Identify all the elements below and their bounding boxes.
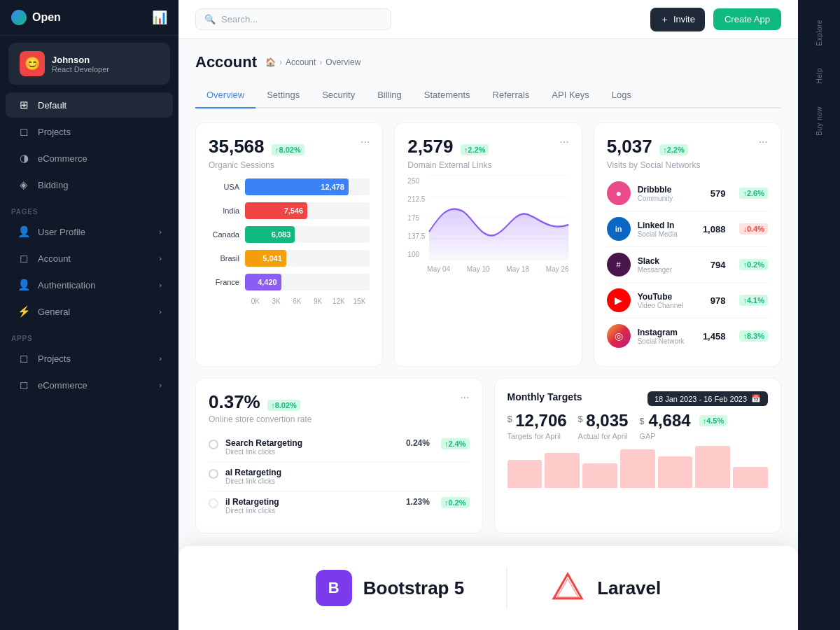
sidebar-item-label: General <box>38 307 70 317</box>
tab-api-keys[interactable]: API Keys <box>540 83 600 108</box>
actual-value: 8,035 <box>586 411 628 430</box>
svg-marker-5 <box>554 574 582 598</box>
sidebar-item-label: Projects <box>38 127 71 137</box>
domain-label: Domain External Links <box>407 160 491 170</box>
search-icon: 🔍 <box>204 14 216 24</box>
tab-referrals[interactable]: Referrals <box>482 83 541 108</box>
conversion-card: 0.37% ↑8.02% Online store convertion rat… <box>195 378 483 533</box>
page-title: Account <box>195 53 257 71</box>
tab-statements[interactable]: Statements <box>413 83 482 108</box>
bar-chart: USA 12,478 India 7,546 Canada 6,083 Bras… <box>209 178 370 305</box>
home-icon[interactable]: 🏠 <box>265 57 276 67</box>
avatar: 😊 <box>20 51 45 76</box>
social-row-linkedin: in Linked In Social Media 1,088 ↓0.4% <box>607 211 768 247</box>
grid-icon: ⊞ <box>17 99 31 111</box>
account-icon: ◻ <box>17 252 31 265</box>
breadcrumb-current: Overview <box>326 57 360 67</box>
monthly-title: Monthly Targets <box>507 391 582 402</box>
general-icon: ⚡ <box>17 305 31 318</box>
breadcrumb-account[interactable]: Account <box>286 57 316 67</box>
social-networks-card: 5,037 ↑2.2% Visits by Social Networks ··… <box>594 122 781 367</box>
card-menu-button[interactable]: ··· <box>360 136 370 148</box>
bootstrap-label: Bootstrap 5 <box>363 578 464 599</box>
bidding-icon: ◈ <box>17 178 31 191</box>
social-badge: ↑2.2% <box>659 144 688 155</box>
sidebar-item-label: eCommerce <box>38 380 88 391</box>
retargeting-row-3: il Retargeting Direct link clicks 1.23% … <box>209 491 470 520</box>
retargeting-row-1: Search Retargeting Direct link clicks 0.… <box>209 433 470 462</box>
linkedin-icon: in <box>607 217 631 241</box>
slack-icon: # <box>607 253 631 276</box>
page-content: Account 🏠 › Account › Overview Overview … <box>178 39 798 630</box>
sidebar-item-label: Authentication <box>38 280 95 290</box>
sidebar-item-label: Bidding <box>38 180 68 190</box>
sidebar: Open 📊 😊 Johnson React Developer ⊞ Defau… <box>0 0 178 630</box>
sidebar-item-ecommerce-app[interactable]: ◻ eCommerce › <box>6 372 173 398</box>
user-profile-icon: 👤 <box>17 225 31 238</box>
monthly-gap-stat: $ 4,684 ↑4.5% GAP <box>639 411 727 440</box>
help-button[interactable]: Help <box>811 59 827 92</box>
user-role: React Developer <box>52 65 109 74</box>
sidebar-item-default[interactable]: ⊞ Default <box>6 92 173 118</box>
monthly-actual-stat: $ 8,035 Actual for April <box>578 411 629 440</box>
sidebar-item-label: Default <box>38 100 66 111</box>
bootstrap-icon: B <box>316 570 352 606</box>
buy-now-button[interactable]: Buy now <box>811 98 827 144</box>
tab-overview[interactable]: Overview <box>195 83 255 108</box>
monthly-targets-card: Monthly Targets 18 Jan 2023 - 16 Feb 202… <box>494 378 782 533</box>
sidebar-toggle-button[interactable]: 📊 <box>152 10 167 25</box>
chevron-down-icon: › <box>159 281 162 289</box>
laravel-item: Laravel <box>550 570 661 606</box>
invite-button[interactable]: ＋ Invite <box>650 8 705 31</box>
social-list: ● Dribbble Community 579 ↑2.6% in Linked… <box>607 176 768 354</box>
sidebar-item-projects[interactable]: ◻ Projects <box>6 119 173 144</box>
card-menu-button[interactable]: ··· <box>460 391 469 404</box>
divider <box>506 567 507 609</box>
laravel-icon <box>550 570 586 606</box>
chevron-down-icon: › <box>159 307 162 316</box>
user-info: Johnson React Developer <box>52 55 109 74</box>
app-logo: Open <box>11 10 61 25</box>
breadcrumb: 🏠 › Account › Overview <box>265 57 360 67</box>
gap-label: GAP <box>639 432 727 440</box>
retarget-dot <box>209 440 218 449</box>
card-menu-button[interactable]: ··· <box>759 136 768 148</box>
calendar-icon: 📅 <box>751 394 761 403</box>
sidebar-item-label: User Profile <box>38 227 85 237</box>
organic-label: Organic Sessions <box>209 160 304 170</box>
targets-label: Targets for April <box>507 432 567 440</box>
social-row-instagram: ◎ Instagram Social Network 1,458 ↑8.3% <box>607 318 768 354</box>
bottom-cards-row: 0.37% ↑8.02% Online store convertion rat… <box>195 378 781 533</box>
user-name: Johnson <box>52 55 109 65</box>
sidebar-item-user-profile[interactable]: 👤 User Profile › <box>6 219 173 244</box>
sidebar-item-ecommerce[interactable]: ◑ eCommerce <box>6 146 173 171</box>
pages-section-label: PAGES <box>0 198 178 218</box>
tab-security[interactable]: Security <box>311 83 366 108</box>
search-input[interactable] <box>221 14 375 24</box>
retargeting-list: Search Retargeting Direct link clicks 0.… <box>209 433 470 520</box>
date-range-badge: 18 Jan 2023 - 16 Feb 2023 📅 <box>648 391 768 406</box>
tab-logs[interactable]: Logs <box>601 83 643 108</box>
sidebar-item-projects-app[interactable]: ◻ Projects › <box>6 346 173 371</box>
card-menu-button[interactable]: ··· <box>559 136 568 148</box>
projects-app-icon: ◻ <box>17 352 31 365</box>
tab-billing[interactable]: Billing <box>366 83 413 108</box>
retargeting-row-2: al Retargeting Direct link clicks <box>209 462 470 491</box>
sidebar-item-label: eCommerce <box>38 153 88 164</box>
user-card[interactable]: 😊 Johnson React Developer <box>8 43 170 85</box>
sidebar-item-bidding[interactable]: ◈ Bidding <box>6 172 173 197</box>
sidebar-item-authentication[interactable]: 👤 Authentication › <box>6 272 173 298</box>
create-app-button[interactable]: Create App <box>713 8 781 30</box>
actual-label: Actual for April <box>578 432 629 440</box>
targets-value: 12,706 <box>515 411 566 430</box>
sidebar-item-account[interactable]: ◻ Account › <box>6 246 173 271</box>
search-box[interactable]: 🔍 <box>195 8 391 30</box>
bootstrap-item: B Bootstrap 5 <box>316 570 464 606</box>
ecommerce-app-icon: ◻ <box>17 379 31 391</box>
explore-button[interactable]: Explore <box>811 11 827 54</box>
tabs-bar: Overview Settings Security Billing State… <box>195 83 781 108</box>
chevron-down-icon: › <box>159 381 162 389</box>
tab-settings[interactable]: Settings <box>255 83 311 108</box>
sidebar-item-general[interactable]: ⚡ General › <box>6 299 173 324</box>
monthly-stats: $ 12,706 Targets for April $ 8,035 Actua… <box>507 411 769 440</box>
